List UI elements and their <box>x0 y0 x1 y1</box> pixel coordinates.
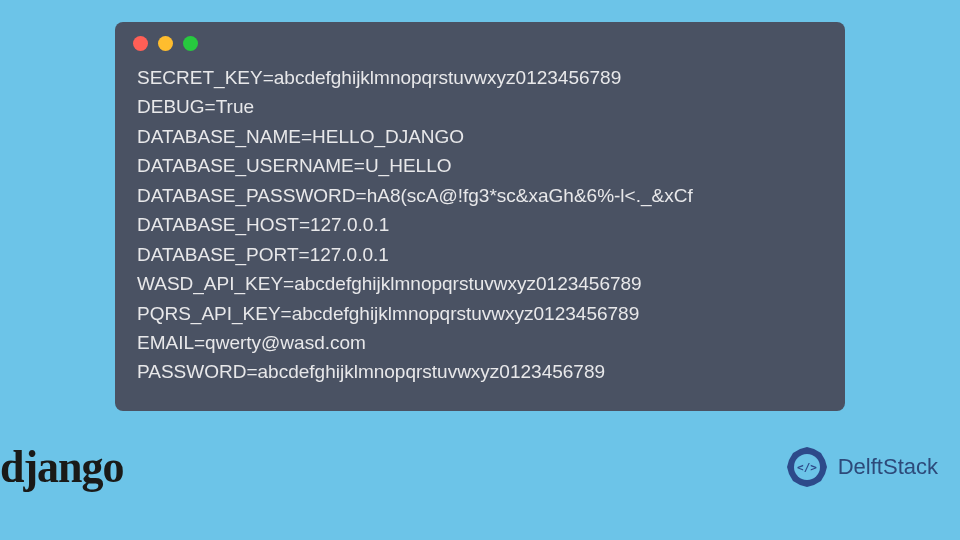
env-line: DATABASE_NAME=HELLO_DJANGO <box>137 122 823 151</box>
env-line: DATABASE_USERNAME=U_HELLO <box>137 151 823 180</box>
delftstack-logo: </> DelftStack <box>784 444 938 490</box>
env-line: PQRS_API_KEY=abcdefghijklmnopqrstuvwxyz0… <box>137 299 823 328</box>
delftstack-text: DelftStack <box>838 454 938 480</box>
env-line: EMAIL=qwerty@wasd.com <box>137 328 823 357</box>
env-line: DATABASE_HOST=127.0.0.1 <box>137 210 823 239</box>
terminal-window: SECRET_KEY=abcdefghijklmnopqrstuvwxyz012… <box>115 22 845 411</box>
django-logo: django <box>0 440 124 494</box>
delftstack-badge-icon: </> <box>784 444 830 490</box>
env-line: PASSWORD=abcdefghijklmnopqrstuvwxyz01234… <box>137 357 823 386</box>
window-controls <box>115 22 845 59</box>
env-line: DEBUG=True <box>137 92 823 121</box>
env-line: DATABASE_PASSWORD=hA8(scA@!fg3*sc&xaGh&6… <box>137 181 823 210</box>
minimize-icon[interactable] <box>158 36 173 51</box>
svg-text:</>: </> <box>797 461 817 474</box>
code-content: SECRET_KEY=abcdefghijklmnopqrstuvwxyz012… <box>115 59 845 387</box>
env-line: DATABASE_PORT=127.0.0.1 <box>137 240 823 269</box>
close-icon[interactable] <box>133 36 148 51</box>
env-line: SECRET_KEY=abcdefghijklmnopqrstuvwxyz012… <box>137 63 823 92</box>
maximize-icon[interactable] <box>183 36 198 51</box>
env-line: WASD_API_KEY=abcdefghijklmnopqrstuvwxyz0… <box>137 269 823 298</box>
